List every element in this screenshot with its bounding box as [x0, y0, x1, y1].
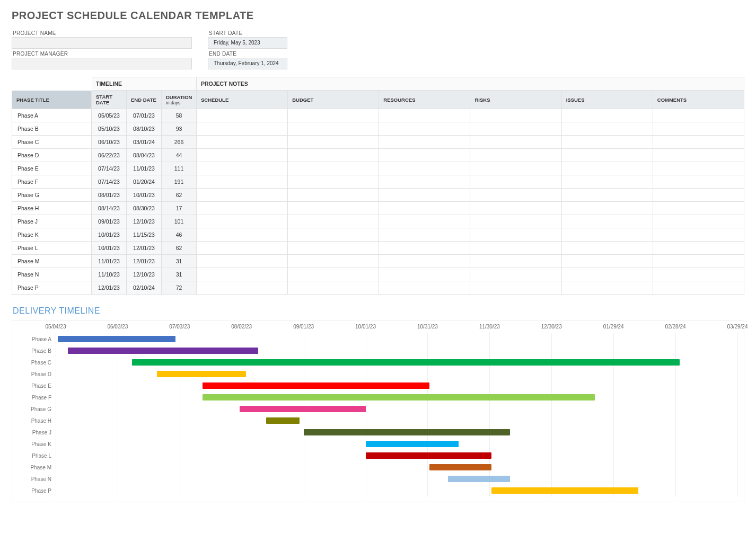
cell-risks[interactable]	[470, 149, 561, 162]
cell-resources[interactable]	[379, 175, 470, 189]
cell-budget[interactable]	[288, 175, 379, 189]
cell-budget[interactable]	[288, 242, 379, 255]
cell-issues[interactable]	[561, 109, 653, 122]
cell-comments[interactable]	[653, 202, 744, 215]
cell-risks[interactable]	[470, 122, 561, 136]
cell-schedule[interactable]	[197, 281, 288, 295]
table-row[interactable]: Phase H08/14/2308/30/2317	[12, 202, 744, 215]
table-row[interactable]: Phase L10/01/2312/01/2362	[12, 242, 744, 255]
cell-resources[interactable]	[379, 255, 470, 268]
cell-schedule[interactable]	[197, 228, 288, 242]
cell-risks[interactable]	[470, 281, 561, 295]
cell-risks[interactable]	[470, 175, 561, 189]
cell-risks[interactable]	[470, 268, 561, 281]
table-row[interactable]: Phase D06/22/2308/04/2344	[12, 149, 744, 162]
table-row[interactable]: Phase M11/01/2312/01/2331	[12, 255, 744, 268]
cell-comments[interactable]	[653, 255, 744, 268]
cell-schedule[interactable]	[197, 268, 288, 281]
cell-budget[interactable]	[288, 202, 379, 215]
cell-risks[interactable]	[470, 162, 561, 175]
cell-budget[interactable]	[288, 281, 379, 295]
cell-issues[interactable]	[561, 162, 653, 175]
cell-budget[interactable]	[288, 268, 379, 281]
cell-budget[interactable]	[288, 215, 379, 228]
cell-risks[interactable]	[470, 136, 561, 149]
cell-budget[interactable]	[288, 149, 379, 162]
cell-schedule[interactable]	[197, 136, 288, 149]
cell-risks[interactable]	[470, 255, 561, 268]
cell-comments[interactable]	[653, 189, 744, 202]
cell-issues[interactable]	[561, 122, 653, 136]
cell-issues[interactable]	[561, 189, 653, 202]
cell-comments[interactable]	[653, 268, 744, 281]
table-row[interactable]: Phase C06/10/2303/01/24266	[12, 136, 744, 149]
cell-resources[interactable]	[379, 268, 470, 281]
cell-resources[interactable]	[379, 162, 470, 175]
cell-resources[interactable]	[379, 109, 470, 122]
table-row[interactable]: Phase F07/14/2301/20/24191	[12, 175, 744, 189]
cell-issues[interactable]	[561, 149, 653, 162]
cell-issues[interactable]	[561, 136, 653, 149]
cell-resources[interactable]	[379, 136, 470, 149]
cell-resources[interactable]	[379, 215, 470, 228]
table-row[interactable]: Phase A05/05/2307/01/2358	[12, 109, 744, 122]
cell-comments[interactable]	[653, 162, 744, 175]
cell-resources[interactable]	[379, 149, 470, 162]
cell-budget[interactable]	[288, 228, 379, 242]
table-row[interactable]: Phase K10/01/2311/15/2346	[12, 228, 744, 242]
cell-risks[interactable]	[470, 202, 561, 215]
cell-comments[interactable]	[653, 109, 744, 122]
cell-comments[interactable]	[653, 242, 744, 255]
cell-budget[interactable]	[288, 189, 379, 202]
cell-issues[interactable]	[561, 228, 653, 242]
cell-comments[interactable]	[653, 228, 744, 242]
cell-risks[interactable]	[470, 228, 561, 242]
cell-schedule[interactable]	[197, 255, 288, 268]
table-row[interactable]: Phase N11/10/2312/10/2331	[12, 268, 744, 281]
cell-comments[interactable]	[653, 175, 744, 189]
cell-schedule[interactable]	[197, 109, 288, 122]
cell-resources[interactable]	[379, 122, 470, 136]
cell-comments[interactable]	[653, 281, 744, 295]
cell-schedule[interactable]	[197, 202, 288, 215]
cell-risks[interactable]	[470, 242, 561, 255]
cell-budget[interactable]	[288, 136, 379, 149]
cell-budget[interactable]	[288, 162, 379, 175]
table-row[interactable]: Phase E07/14/2311/01/23111	[12, 162, 744, 175]
cell-risks[interactable]	[470, 189, 561, 202]
cell-budget[interactable]	[288, 109, 379, 122]
table-row[interactable]: Phase B05/10/2308/10/2393	[12, 122, 744, 136]
cell-comments[interactable]	[653, 136, 744, 149]
table-row[interactable]: Phase G08/01/2310/01/2362	[12, 189, 744, 202]
cell-resources[interactable]	[379, 189, 470, 202]
cell-issues[interactable]	[561, 281, 653, 295]
cell-issues[interactable]	[561, 202, 653, 215]
cell-resources[interactable]	[379, 202, 470, 215]
cell-issues[interactable]	[561, 255, 653, 268]
cell-schedule[interactable]	[197, 215, 288, 228]
cell-comments[interactable]	[653, 149, 744, 162]
cell-schedule[interactable]	[197, 162, 288, 175]
cell-resources[interactable]	[379, 242, 470, 255]
cell-comments[interactable]	[653, 215, 744, 228]
table-row[interactable]: Phase J09/01/2312/10/23101	[12, 215, 744, 228]
table-row[interactable]: Phase P12/01/2302/10/2472	[12, 281, 744, 295]
project-manager-input[interactable]	[12, 58, 192, 69]
cell-budget[interactable]	[288, 255, 379, 268]
cell-issues[interactable]	[561, 215, 653, 228]
cell-schedule[interactable]	[197, 122, 288, 136]
cell-issues[interactable]	[561, 268, 653, 281]
project-name-input[interactable]	[12, 37, 192, 49]
cell-resources[interactable]	[379, 281, 470, 295]
cell-issues[interactable]	[561, 242, 653, 255]
cell-schedule[interactable]	[197, 175, 288, 189]
cell-schedule[interactable]	[197, 149, 288, 162]
cell-comments[interactable]	[653, 122, 744, 136]
cell-risks[interactable]	[470, 109, 561, 122]
cell-schedule[interactable]	[197, 189, 288, 202]
cell-schedule[interactable]	[197, 242, 288, 255]
cell-budget[interactable]	[288, 122, 379, 136]
cell-risks[interactable]	[470, 215, 561, 228]
cell-resources[interactable]	[379, 228, 470, 242]
cell-issues[interactable]	[561, 175, 653, 189]
